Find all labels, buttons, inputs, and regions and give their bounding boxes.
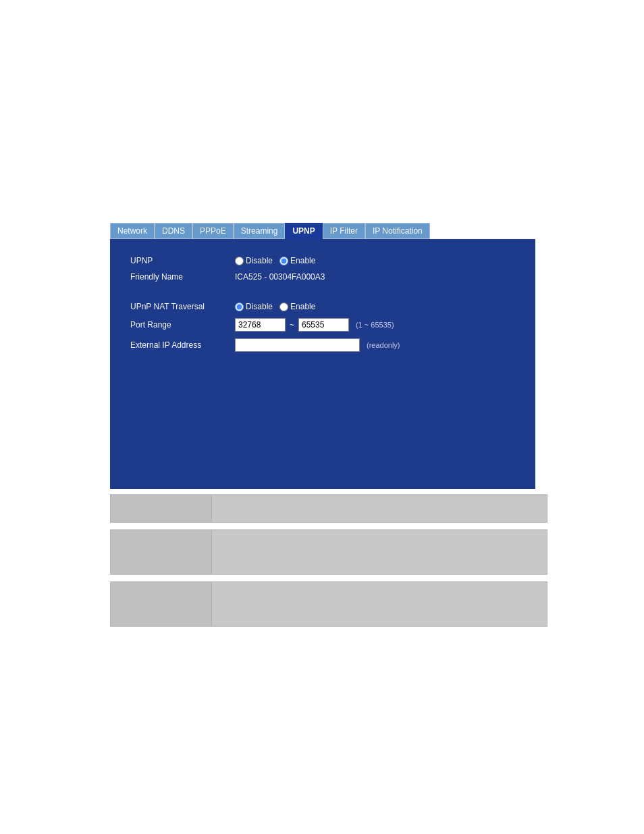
nat-traversal-label: UPnP NAT Traversal bbox=[130, 302, 235, 311]
port-range-controls: ~ (1 ~ 65535) bbox=[235, 318, 394, 332]
external-ip-row: External IP Address (readonly) bbox=[130, 338, 515, 352]
upnp-label: UPNP bbox=[130, 256, 235, 265]
port-range-hint: (1 ~ 65535) bbox=[356, 321, 394, 329]
gray-panel-2-right bbox=[212, 530, 547, 574]
nat-radio-group: Disable Enable bbox=[235, 302, 315, 311]
nat-enable-radio[interactable] bbox=[279, 303, 288, 311]
port-range-row: Port Range ~ (1 ~ 65535) bbox=[130, 318, 515, 332]
tab-ip-notification[interactable]: IP Notification bbox=[365, 223, 430, 239]
port-range-label: Port Range bbox=[130, 320, 235, 330]
upnp-enable-radio-label[interactable]: Enable bbox=[279, 256, 315, 265]
external-ip-label: External IP Address bbox=[130, 340, 235, 350]
gray-panel-1-left bbox=[111, 495, 212, 522]
content-panel: UPNP Disable Enable Friendly Name ICA52 bbox=[110, 239, 535, 489]
upnp-disable-radio-label[interactable]: Disable bbox=[235, 256, 273, 265]
gray-panel-3 bbox=[110, 581, 547, 627]
upnp-enable-label: Enable bbox=[290, 256, 315, 265]
tab-upnp[interactable]: UPNP bbox=[285, 223, 322, 239]
friendly-name-controls: ICA525 - 00304FA000A3 bbox=[235, 272, 325, 282]
friendly-name-value: ICA525 - 00304FA000A3 bbox=[235, 272, 325, 282]
nat-enable-label: Enable bbox=[290, 302, 315, 311]
nat-traversal-row: UPnP NAT Traversal Disable Enable bbox=[130, 302, 515, 311]
nat-enable-radio-label[interactable]: Enable bbox=[279, 302, 315, 311]
gray-panel-3-right bbox=[212, 582, 547, 626]
gray-panel-1-right bbox=[212, 495, 547, 522]
external-ip-controls: (readonly) bbox=[235, 338, 400, 352]
upnp-radio-group: Disable Enable bbox=[235, 256, 315, 265]
external-ip-input[interactable] bbox=[235, 338, 360, 352]
external-ip-hint: (readonly) bbox=[367, 341, 400, 349]
gray-panel-2 bbox=[110, 529, 547, 575]
friendly-name-label: Friendly Name bbox=[130, 272, 235, 282]
nat-disable-radio-label[interactable]: Disable bbox=[235, 302, 273, 311]
tab-ddns[interactable]: DDNS bbox=[155, 223, 192, 239]
tab-bar: NetworkDDNSPPPoEStreamingUPNPIP FilterIP… bbox=[110, 223, 644, 239]
friendly-name-row: Friendly Name ICA525 - 00304FA000A3 bbox=[130, 272, 515, 282]
upnp-enable-radio[interactable] bbox=[279, 257, 288, 265]
nat-disable-label: Disable bbox=[246, 302, 273, 311]
tab-network[interactable]: Network bbox=[110, 223, 155, 239]
upnp-disable-radio[interactable] bbox=[235, 257, 244, 265]
tab-pppoe[interactable]: PPPoE bbox=[192, 223, 234, 239]
nat-section: UPnP NAT Traversal Disable Enable Port R… bbox=[130, 302, 515, 352]
tab-streaming[interactable]: Streaming bbox=[234, 223, 286, 239]
gray-panel-1 bbox=[110, 494, 547, 523]
bottom-sections bbox=[110, 494, 547, 627]
nat-disable-radio[interactable] bbox=[235, 303, 244, 311]
page-wrapper: NetworkDDNSPPPoEStreamingUPNPIP FilterIP… bbox=[0, 223, 644, 834]
upnp-row: UPNP Disable Enable bbox=[130, 256, 515, 265]
upnp-disable-label: Disable bbox=[246, 256, 273, 265]
upnp-section: UPNP Disable Enable Friendly Name ICA52 bbox=[130, 256, 515, 282]
port-range-end-input[interactable] bbox=[298, 318, 349, 332]
tab-ip-filter[interactable]: IP Filter bbox=[323, 223, 365, 239]
gray-panel-3-left bbox=[111, 582, 212, 626]
gray-panel-2-left bbox=[111, 530, 212, 574]
port-separator: ~ bbox=[290, 320, 294, 330]
port-range-start-input[interactable] bbox=[235, 318, 286, 332]
